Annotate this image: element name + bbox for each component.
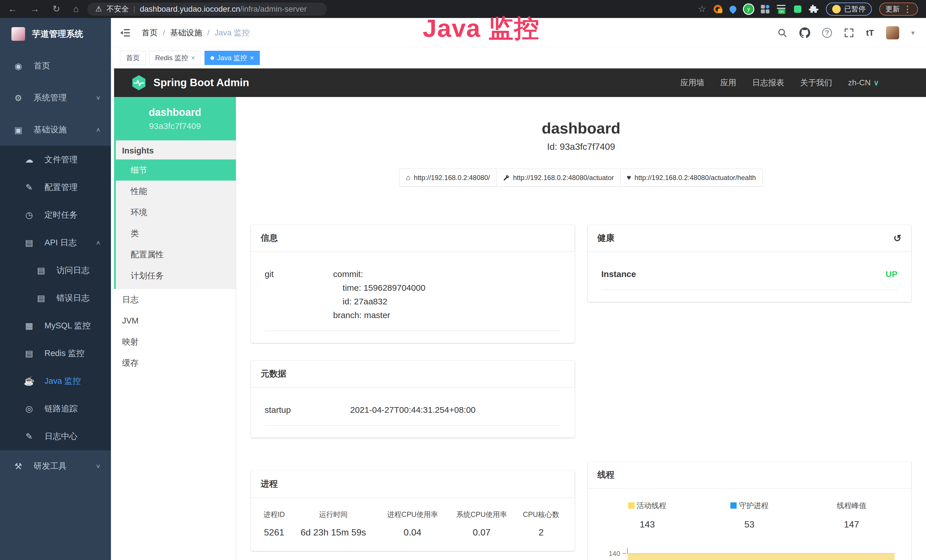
sidebar-item-tracing[interactable]: ◎ 链路追踪 [0, 395, 111, 422]
metadata-startup-row: startup 2021-04-27T00:44:31.254+08:00 [265, 403, 561, 425]
sidebar-item-dev-tools[interactable]: ⚒ 研发工具 ∨ [0, 450, 111, 482]
sba-nav-about[interactable]: 关于我们 [800, 77, 832, 88]
service-url-button[interactable]: ⌂ http://192.168.0.2:48080/ [399, 169, 496, 186]
forward-icon[interactable]: → [30, 0, 39, 18]
sba-menu-scheduled-tasks[interactable]: 计划任务 [116, 265, 236, 286]
extension-badge [718, 9, 722, 13]
annotation-text: Java 监控 [423, 11, 540, 45]
extension-lines [777, 5, 785, 9]
sidebar-item-mysql-monitor[interactable]: ▦ MySQL 监控 [0, 312, 111, 339]
sba-nav-applications[interactable]: 应用 [720, 77, 736, 88]
help-icon[interactable]: ? [822, 28, 832, 38]
info-key: git [265, 267, 333, 322]
yellow-legend-swatch [628, 502, 634, 509]
process-table-header: 运行时间 [289, 510, 378, 527]
y-extension-icon[interactable]: y [744, 4, 754, 14]
process-table-header: 进程CPU使用率 [378, 510, 447, 527]
sba-menu-classes[interactable]: 类 [116, 223, 236, 244]
health-instance-row[interactable]: Instance UP [601, 267, 898, 290]
hamburger-icon[interactable] [120, 27, 131, 38]
address-bar[interactable]: ⚠ 不安全 | dashboard.yudao.iocoder.cn/infra… [87, 3, 327, 16]
sba-main-content: dashboard Id: 93a3fc7f7409 ⌂ http://192.… [236, 97, 926, 560]
breadcrumb-home[interactable]: 首页 [142, 27, 158, 38]
github-icon[interactable] [799, 27, 810, 38]
sidebar-item-home[interactable]: ◉ 首页 [0, 50, 111, 82]
home-icon[interactable]: ⌂ [73, 0, 79, 18]
chevron-up-icon: ∧ [95, 127, 101, 133]
tab-home[interactable]: 首页 [120, 51, 146, 65]
sidebar-item-label: 系统管理 [34, 92, 67, 104]
breadcrumb-separator: / [163, 28, 165, 37]
actuator-url-button[interactable]: http://192.168.0.2:48080/actuator [496, 169, 620, 186]
tab-java-monitor[interactable]: Java 监控 × [204, 51, 260, 65]
sba-menu-performance[interactable]: 性能 [116, 180, 236, 202]
avatar[interactable] [886, 26, 899, 39]
fullscreen-icon[interactable] [844, 28, 854, 38]
edit-icon: ✎ [23, 182, 35, 192]
back-icon[interactable]: ← [8, 0, 17, 18]
sba-menu-caches[interactable]: 缓存 [114, 352, 236, 374]
sidebar-item-config-management[interactable]: ✎ 配置管理 [0, 173, 111, 201]
search-icon[interactable] [777, 28, 787, 38]
extensions-puzzle-icon[interactable] [809, 4, 819, 14]
sba-menu-jvm[interactable]: JVM [114, 310, 236, 331]
bookmark-star-icon[interactable]: ☆ [698, 0, 706, 18]
grid-extension-icon[interactable] [761, 5, 769, 14]
sidebar-item-java-monitor[interactable]: ☕ Java 监控 [0, 367, 111, 395]
sidebar-item-access-logs[interactable]: ▤ 访问日志 [0, 256, 111, 284]
sidebar-item-infra[interactable]: ▣ 基础设施 ∧ [0, 114, 111, 146]
breadcrumb-section[interactable]: 基础设施 [170, 27, 202, 38]
sidebar-item-label: MySQL 监控 [44, 320, 91, 331]
update-button[interactable]: 更新 ⋮ [879, 3, 918, 16]
sidebar-item-error-logs[interactable]: ▤ 错误日志 [0, 284, 111, 312]
green-extension-icon[interactable] [794, 5, 801, 13]
url-divider: | [133, 5, 135, 14]
chevron-down-icon: ∨ [95, 463, 101, 469]
cloud-upload-icon: ☁ [23, 154, 35, 165]
sidebar-item-system[interactable]: ⚙ 系统管理 ∨ [0, 82, 111, 114]
history-icon[interactable]: ↺ [893, 233, 902, 244]
threads-chart: 140 120 100 [596, 550, 903, 560]
close-icon[interactable]: × [250, 54, 254, 62]
chevron-down-icon[interactable]: ▾ [911, 29, 915, 37]
sba-menu-logs[interactable]: 日志 [114, 289, 236, 310]
on-badge: on [778, 9, 785, 14]
breadcrumb-separator: / [207, 28, 210, 37]
breadcrumb: 首页 / 基础设施 / Java 监控 [142, 27, 250, 38]
sidebar-item-log-center[interactable]: ✎ 日志中心 [0, 422, 111, 450]
sba-menu-config-properties[interactable]: 配置属性 [116, 244, 236, 265]
monitor-icon: ▣ [12, 125, 24, 135]
wrench-icon [503, 174, 510, 181]
blue-legend-swatch [730, 502, 737, 509]
app-logo-row[interactable]: 芋道管理系统 [0, 18, 111, 50]
daemon-threads-value: 53 [698, 519, 800, 530]
sidebar-item-api-logs[interactable]: ▤ API 日志 ∧ [0, 229, 111, 256]
on-switch-extension-icon[interactable]: on [777, 4, 787, 14]
sba-menu-environment[interactable]: 环境 [116, 202, 236, 223]
paused-profile-badge[interactable]: 已暂停 [826, 3, 872, 16]
app-title: 芋道管理系统 [32, 28, 83, 40]
sba-brand[interactable]: Spring Boot Admin [131, 74, 249, 91]
pin-extension-icon[interactable] [728, 4, 738, 14]
sba-instance-header[interactable]: dashboard 93a3fc7f7409 [114, 97, 236, 140]
sidebar-item-label: 首页 [34, 60, 50, 72]
health-url-button[interactable]: ♥ http://192.168.0.2:48080/actuator/heal… [620, 169, 763, 186]
close-icon[interactable]: × [191, 54, 195, 62]
layers-icon: ▤ [23, 348, 35, 358]
sba-nav-journal[interactable]: 日志报表 [752, 77, 784, 88]
sidebar-item-file-management[interactable]: ☁ 文件管理 [0, 146, 111, 173]
tab-label: Java 监控 [217, 53, 247, 62]
tab-redis-monitor[interactable]: Redis 监控 × [149, 51, 201, 65]
browser-menu-icon[interactable]: ⋮ [903, 4, 912, 14]
sba-menu-mappings[interactable]: 映射 [114, 331, 236, 352]
sba-nav-wallboard[interactable]: 应用墙 [681, 77, 704, 88]
reload-icon[interactable]: ↻ [53, 0, 60, 18]
process-card: 进程 进程ID 运行时间 进程CPU使用率 系统CPU使用率 CPU核心数 [251, 471, 575, 551]
sba-locale-select[interactable]: zh-CN ∨ [848, 78, 879, 87]
sba-menu-details[interactable]: 细节 [114, 159, 236, 180]
text-size-icon[interactable]: tT [866, 28, 874, 38]
sidebar-item-redis-monitor[interactable]: ▤ Redis 监控 [0, 339, 111, 367]
extension-icon[interactable] [714, 5, 722, 14]
system-cpu: 0.07 [447, 527, 516, 538]
sidebar-item-scheduled-jobs[interactable]: ◷ 定时任务 [0, 201, 111, 229]
